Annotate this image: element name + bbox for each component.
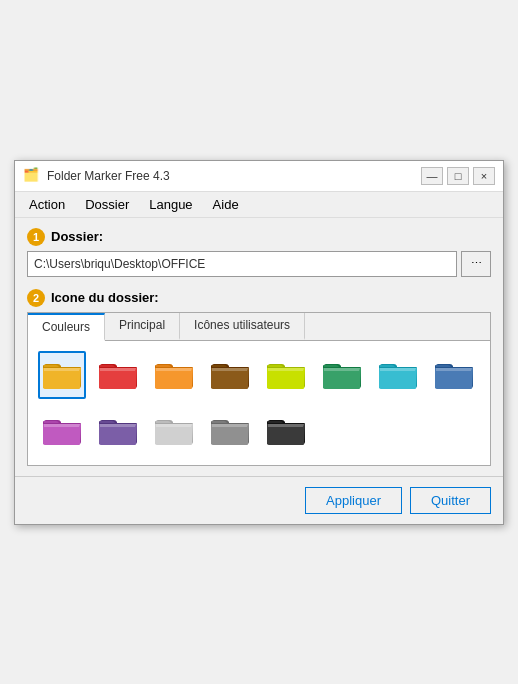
tabs-container: Couleurs Principal Icônes utilisateurs [27,312,491,466]
quit-button[interactable]: Quitter [410,487,491,514]
app-icon: 🗂️ [23,167,41,185]
browse-icon: ⋯ [471,257,482,270]
menu-langue[interactable]: Langue [141,194,200,215]
section2-title: Icone du dossier: [51,290,159,305]
tab-icones-utilisateurs[interactable]: Icônes utilisateurs [180,313,305,340]
section2-label: 2 Icone du dossier: [27,289,491,307]
icons-grid [28,341,490,465]
tab-principal[interactable]: Principal [105,313,180,340]
folder-icon-7[interactable] [430,351,478,399]
titlebar-left: 🗂️ Folder Marker Free 4.3 [23,167,170,185]
menu-aide[interactable]: Aide [205,194,247,215]
folder-icon-8[interactable] [38,407,86,455]
content-area: 1 Dossier: ⋯ 2 Icone du dossier: Couleur… [15,218,503,476]
section1-num: 1 [27,228,45,246]
section1-title: Dossier: [51,229,103,244]
folder-icon-11[interactable] [206,407,254,455]
window-title: Folder Marker Free 4.3 [47,169,170,183]
folder-icon-1[interactable] [94,351,142,399]
folder-icon-4[interactable] [262,351,310,399]
close-button[interactable]: × [473,167,495,185]
folder-icon-6[interactable] [374,351,422,399]
folder-path-row: ⋯ [27,251,491,277]
folder-icon-3[interactable] [206,351,254,399]
apply-button[interactable]: Appliquer [305,487,402,514]
folder-icon-5[interactable] [318,351,366,399]
folder-icon-12[interactable] [262,407,310,455]
browse-button[interactable]: ⋯ [461,251,491,277]
folder-path-input[interactable] [27,251,457,277]
tab-bar: Couleurs Principal Icônes utilisateurs [28,313,490,341]
folder-icon-9[interactable] [94,407,142,455]
titlebar-controls: — □ × [421,167,495,185]
footer: Appliquer Quitter [15,476,503,524]
folder-icon-2[interactable] [150,351,198,399]
menu-dossier[interactable]: Dossier [77,194,137,215]
section1-label: 1 Dossier: [27,228,491,246]
section2-num: 2 [27,289,45,307]
menubar: Action Dossier Langue Aide [15,192,503,218]
tab-couleurs[interactable]: Couleurs [28,313,105,341]
minimize-button[interactable]: — [421,167,443,185]
menu-action[interactable]: Action [21,194,73,215]
maximize-button[interactable]: □ [447,167,469,185]
titlebar: 🗂️ Folder Marker Free 4.3 — □ × [15,161,503,192]
main-window: 🗂️ Folder Marker Free 4.3 — □ × Action D… [14,160,504,525]
folder-icon-0[interactable] [38,351,86,399]
folder-icon-10[interactable] [150,407,198,455]
